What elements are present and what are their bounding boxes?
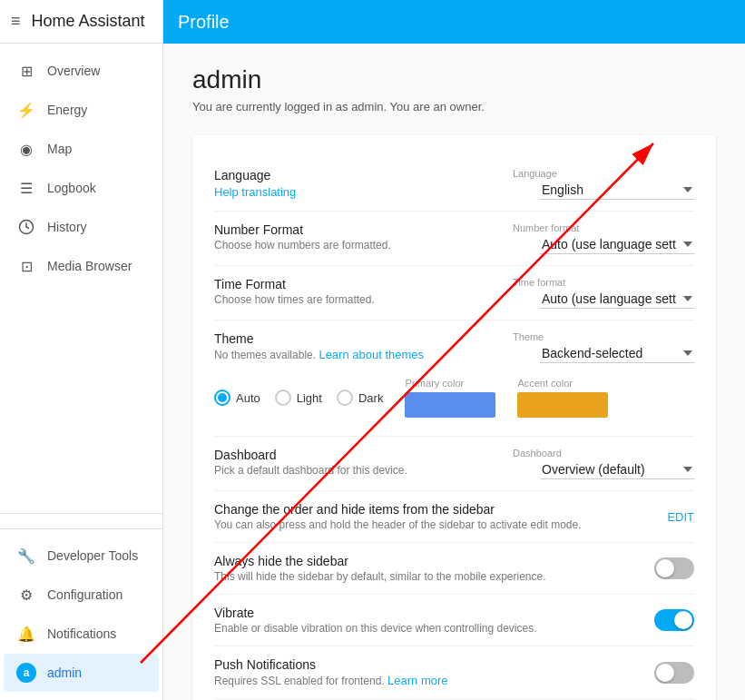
sidebar-item-developer-tools[interactable]: 🔧 Developer Tools	[4, 537, 159, 575]
dashboard-desc: Pick a default dashboard for this device…	[214, 464, 498, 477]
radio-label-dark: Dark	[358, 391, 383, 405]
accent-color-swatch[interactable]	[517, 392, 608, 418]
language-label: Language	[214, 168, 498, 182]
number-format-control: Number format Auto (use language settin …	[513, 222, 694, 254]
primary-color-group: Primary color	[405, 378, 495, 418]
number-format-select[interactable]: Auto (use language settin 1,234.5 1.234,…	[540, 235, 694, 254]
sidebar-item-map[interactable]: ◉ Map	[4, 130, 159, 168]
sidebar-item-configuration[interactable]: ⚙ Configuration	[4, 576, 159, 614]
always-hide-sidebar-label-group: Always hide the sidebar This will hide t…	[214, 554, 654, 583]
sidebar-order-row: Change the order and hide items from the…	[214, 491, 694, 543]
accent-color-group: Accent color	[517, 378, 608, 418]
sidebar-item-label: Notifications	[47, 626, 116, 641]
sidebar-item-label: Map	[47, 142, 72, 156]
primary-color-swatch[interactable]	[405, 392, 495, 418]
notifications-icon: 🔔	[16, 624, 36, 644]
sidebar-item-history[interactable]: History	[4, 208, 159, 246]
sidebar: ≡ Home Assistant ⊞ Overview ⚡ Energy ◉ M…	[0, 0, 163, 700]
sidebar-order-label-group: Change the order and hide items from the…	[214, 502, 667, 531]
always-hide-sidebar-toggle[interactable]	[654, 557, 694, 579]
theme-label: Theme	[214, 331, 498, 346]
radio-label-auto: Auto	[236, 391, 260, 405]
sidebar-item-label: Overview	[47, 64, 100, 78]
radio-circle-dark	[337, 389, 353, 406]
overview-icon: ⊞	[16, 61, 36, 81]
sidebar-item-overview[interactable]: ⊞ Overview	[4, 52, 159, 90]
toggle-track	[654, 557, 694, 579]
settings-card: Language Help translating Language Engli…	[192, 135, 716, 700]
sidebar-item-media-browser[interactable]: ⊡ Media Browser	[4, 247, 159, 285]
sidebar-nav: ⊞ Overview ⚡ Energy ◉ Map ☰ Logbook Hist…	[0, 44, 162, 513]
history-icon	[16, 217, 36, 237]
push-notifications-label-group: Push Notifications Requires SSL enabled …	[214, 657, 654, 687]
sidebar-item-label: Developer Tools	[47, 548, 138, 563]
sidebar-item-label: Energy	[47, 103, 87, 117]
media-browser-icon: ⊡	[16, 256, 36, 276]
sidebar-order-desc: You can also press and hold the header o…	[214, 518, 652, 531]
configuration-icon: ⚙	[16, 585, 36, 605]
primary-color-label: Primary color	[405, 378, 495, 389]
toggle-thumb	[656, 559, 674, 577]
help-translating-link[interactable]: Help translating	[214, 185, 296, 199]
sidebar-item-logbook[interactable]: ☰ Logbook	[4, 169, 159, 207]
language-select[interactable]: English Spanish French	[540, 181, 694, 200]
theme-radio-group: Auto Light Dark	[214, 389, 383, 406]
edit-sidebar-button[interactable]: EDIT	[667, 510, 694, 524]
language-label-group: Language Help translating	[214, 168, 513, 199]
sidebar-item-admin[interactable]: a admin	[4, 654, 159, 692]
accent-color-label: Accent color	[517, 378, 608, 389]
toggle-thumb	[674, 611, 692, 629]
radio-circle-auto	[214, 389, 230, 406]
language-control: Language English Spanish French	[513, 168, 694, 200]
toggle-track	[654, 609, 694, 631]
dashboard-row: Dashboard Pick a default dashboard for t…	[214, 437, 694, 491]
vibrate-row: Vibrate Enable or disable vibration on t…	[214, 595, 694, 646]
theme-control-label: Theme	[513, 331, 544, 342]
sidebar-item-energy[interactable]: ⚡ Energy	[4, 91, 159, 129]
sidebar-item-label: Media Browser	[47, 259, 132, 273]
main-content: Profile admin You are currently logged i…	[163, 0, 745, 700]
profile-username: admin	[192, 65, 716, 94]
sidebar-title: Home Assistant	[32, 12, 145, 31]
theme-label-group: Theme No themes available. Learn about t…	[214, 331, 513, 361]
sidebar-item-label: History	[47, 220, 87, 234]
push-notifications-toggle[interactable]	[654, 662, 694, 684]
language-row: Language Help translating Language Engli…	[214, 157, 694, 212]
sidebar-bottom: 🔧 Developer Tools ⚙ Configuration 🔔 Noti…	[0, 513, 162, 700]
number-format-label-group: Number Format Choose how numbers are for…	[214, 222, 513, 251]
radio-auto[interactable]: Auto	[214, 389, 260, 406]
menu-icon[interactable]: ≡	[11, 12, 21, 31]
dashboard-select[interactable]: Overview (default)	[540, 460, 694, 479]
energy-icon: ⚡	[16, 100, 36, 120]
dashboard-control: Dashboard Overview (default)	[513, 448, 694, 479]
time-format-row: Time Format Choose how times are formatt…	[214, 266, 694, 320]
time-format-control-label: Time format	[513, 277, 565, 288]
learn-about-themes-link[interactable]: Learn about themes	[319, 348, 424, 361]
push-notifications-desc: Requires SSL enabled for frontend. Learn…	[214, 674, 640, 687]
dashboard-label: Dashboard	[214, 448, 498, 462]
sidebar-divider	[0, 528, 162, 529]
time-format-select[interactable]: Auto (use language settin 12 hour 24 hou…	[540, 290, 694, 309]
radio-light[interactable]: Light	[275, 389, 322, 406]
radio-circle-light	[275, 389, 291, 406]
push-notifications-learn-link[interactable]: Learn more	[387, 674, 447, 687]
radio-dark[interactable]: Dark	[337, 389, 383, 406]
vibrate-label: Vibrate	[214, 606, 640, 620]
sidebar-item-label: admin	[47, 665, 82, 680]
time-format-desc: Choose how times are formatted.	[214, 293, 498, 306]
sidebar-header: ≡ Home Assistant	[0, 0, 162, 44]
theme-select[interactable]: Backend-selected Default	[540, 344, 694, 363]
vibrate-label-group: Vibrate Enable or disable vibration on t…	[214, 606, 654, 635]
number-format-control-label: Number format	[513, 222, 579, 233]
sidebar-item-label: Logbook	[47, 181, 96, 195]
theme-options-row: Auto Light Dark Primary color	[214, 370, 608, 425]
time-format-control: Time format Auto (use language settin 12…	[513, 277, 694, 309]
sidebar-item-notifications[interactable]: 🔔 Notifications	[4, 615, 159, 653]
content-area: admin You are currently logged in as adm…	[163, 44, 745, 700]
push-notifications-row: Push Notifications Requires SSL enabled …	[214, 646, 694, 699]
vibrate-desc: Enable or disable vibration on this devi…	[214, 622, 640, 635]
radio-label-light: Light	[297, 391, 322, 405]
page-title: Profile	[178, 12, 230, 33]
language-control-label: Language	[513, 168, 557, 179]
vibrate-toggle[interactable]	[654, 609, 694, 631]
